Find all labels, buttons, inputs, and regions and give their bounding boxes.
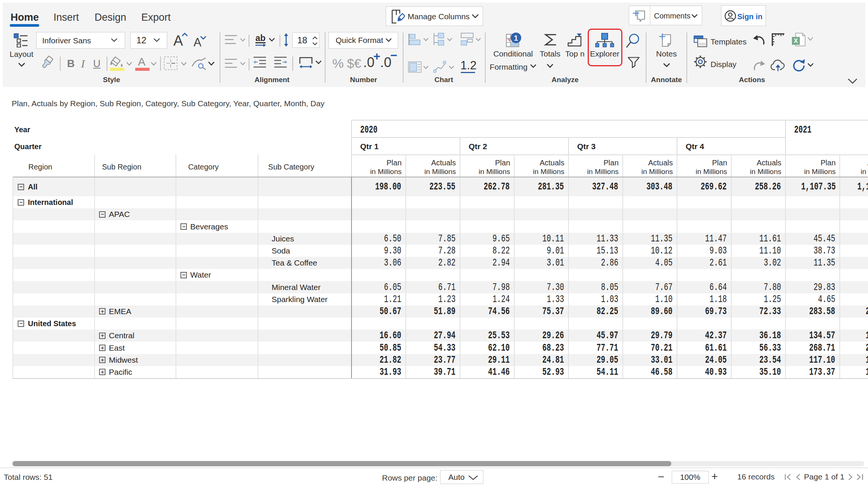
svg-text:X: X: [794, 37, 798, 44]
svg-text:1: 1: [514, 34, 518, 42]
